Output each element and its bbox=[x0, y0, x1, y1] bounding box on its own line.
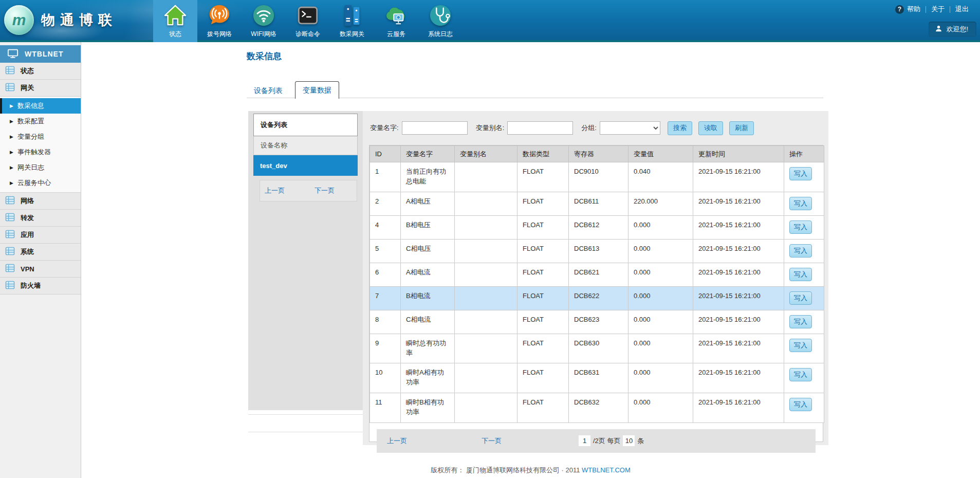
device-prev-page-link[interactable]: 上一页 bbox=[265, 186, 285, 195]
company-name: 厦门物通博联网络科技有限公司 bbox=[466, 466, 560, 474]
page-size-input[interactable] bbox=[623, 435, 635, 446]
nav-item-label: WIFI网络 bbox=[251, 30, 276, 39]
device-row[interactable]: test_dev bbox=[253, 155, 358, 176]
device-pagination: 上一页 下一页 bbox=[260, 180, 357, 201]
sidebar-item-firewall[interactable]: 防火墙 bbox=[0, 278, 81, 295]
table-row[interactable]: 7B相电流FLOATDCB6220.0002021-09-15 16:21:00… bbox=[370, 286, 824, 310]
device-next-page-link[interactable]: 下一页 bbox=[315, 186, 335, 195]
table-row[interactable]: 9瞬时总有功功率FLOATDCB6300.0002021-09-15 16:21… bbox=[370, 334, 824, 363]
prev-page-link[interactable]: 上一页 bbox=[387, 436, 407, 446]
cell-value: 0.000 bbox=[628, 334, 693, 363]
write-button[interactable]: 写入 bbox=[789, 398, 812, 411]
write-button[interactable]: 写入 bbox=[789, 220, 812, 234]
logout-link[interactable]: 退出 bbox=[955, 5, 969, 14]
sidebar-subitem-dc-info[interactable]: ▶数采信息 bbox=[0, 98, 81, 114]
nav-item-dc-gateway[interactable]: 数采网关 bbox=[330, 0, 374, 42]
sidebar-subitem-gateway-log[interactable]: ▶网关日志 bbox=[0, 160, 81, 175]
nav-item-dialup[interactable]: 拨号网络 bbox=[197, 0, 242, 42]
cell-actions: 写入 bbox=[784, 162, 824, 192]
arrow-right-icon: ▶ bbox=[10, 180, 13, 186]
nav-item-wifi[interactable]: WIFI网络 bbox=[242, 0, 286, 42]
next-page-link[interactable]: 下一页 bbox=[482, 436, 502, 446]
table-row[interactable]: 11瞬时B相有功功率FLOATDCB6320.0002021-09-15 16:… bbox=[370, 393, 824, 423]
top-header: m 物通博联 状态拨号网络WIFI网络诊断命令数采网关云服务系统日志 ? 帮助 … bbox=[0, 0, 980, 42]
filter-bar: 变量名字: 变量别名: 分组: 搜索读取刷新 bbox=[370, 118, 821, 138]
variable-name-input[interactable] bbox=[402, 121, 468, 135]
search-button[interactable]: 搜索 bbox=[668, 121, 692, 135]
sidebar-subitem-event-trigger[interactable]: ▶事件触发器 bbox=[0, 144, 81, 160]
page-number-input[interactable] bbox=[579, 435, 590, 446]
welcome-badge[interactable]: 欢迎您! bbox=[929, 22, 976, 37]
about-link[interactable]: 关于 bbox=[931, 5, 945, 14]
cell-actions: 写入 bbox=[784, 239, 824, 263]
cell-id: 1 bbox=[370, 162, 401, 192]
table-row[interactable]: 10瞬时A相有功功率FLOATDCB6310.0002021-09-15 16:… bbox=[370, 363, 824, 393]
table-row[interactable]: 5C相电压FLOATDCB6130.0002021-09-15 16:21:00… bbox=[370, 239, 824, 263]
wtblnet-link[interactable]: WTBLNET.COM bbox=[582, 466, 631, 474]
refresh-button[interactable]: 刷新 bbox=[729, 121, 754, 135]
sidebar-subitem-cloud-center[interactable]: ▶云服务中心 bbox=[0, 175, 81, 191]
table-row[interactable]: 8C相电流FLOATDCB6230.0002021-09-15 16:21:00… bbox=[370, 310, 824, 334]
sidebar-item-forward[interactable]: 转发 bbox=[0, 210, 81, 227]
sidebar-item-label: 转发 bbox=[21, 213, 34, 223]
cell-value: 0.000 bbox=[628, 310, 693, 334]
variable-data-panel: 变量名字: 变量别名: 分组: 搜索读取刷新 ID变量名字变量别名数据类型寄存器… bbox=[363, 111, 828, 445]
cell-actions: 写入 bbox=[784, 393, 824, 423]
sidebar-subitem-dc-config[interactable]: ▶数采配置 bbox=[0, 114, 81, 129]
filter-buttons: 搜索读取刷新 bbox=[660, 121, 754, 135]
variable-alias-input[interactable] bbox=[507, 121, 573, 135]
nav-item-cloud[interactable]: 云服务 bbox=[374, 0, 418, 42]
cell-type: FLOAT bbox=[517, 215, 569, 239]
sidebar-subitem-label: 云服务中心 bbox=[17, 178, 51, 188]
cell-register: DCB632 bbox=[569, 393, 628, 423]
read-button[interactable]: 读取 bbox=[698, 121, 723, 135]
table-row[interactable]: 6A相电流FLOATDCB6210.0002021-09-15 16:21:00… bbox=[370, 263, 824, 286]
cell-updated: 2021-09-15 16:21:00 bbox=[693, 192, 784, 215]
group-select[interactable] bbox=[600, 121, 660, 135]
table-row[interactable]: 1当前正向有功总电能FLOATDC90100.0402021-09-15 16:… bbox=[370, 162, 824, 192]
write-button[interactable]: 写入 bbox=[789, 244, 812, 258]
write-button[interactable]: 写入 bbox=[789, 368, 812, 381]
sidebar-item-system[interactable]: 系统 bbox=[0, 244, 81, 261]
link-divider bbox=[926, 6, 926, 13]
nav-item-status[interactable]: 状态 bbox=[153, 0, 197, 42]
page-controls: /2页 每页 条 bbox=[579, 435, 644, 446]
write-button[interactable]: 写入 bbox=[789, 315, 812, 328]
cell-register: DCB611 bbox=[569, 192, 628, 215]
write-button[interactable]: 写入 bbox=[789, 167, 812, 180]
write-button[interactable]: 写入 bbox=[789, 339, 812, 352]
write-button[interactable]: 写入 bbox=[789, 268, 812, 281]
cell-name: B相电压 bbox=[401, 215, 455, 239]
tab-var-data[interactable]: 变量数据 bbox=[295, 81, 339, 99]
column-header: 寄存器 bbox=[569, 146, 628, 162]
sidebar-item-vpn[interactable]: VPN bbox=[0, 261, 81, 278]
nav-item-diagnose[interactable]: 诊断命令 bbox=[286, 0, 330, 42]
group-label: 分组: bbox=[581, 123, 597, 133]
nav-item-label: 云服务 bbox=[387, 30, 405, 39]
write-button[interactable]: 写入 bbox=[789, 291, 812, 305]
nav-item-syslog[interactable]: 系统日志 bbox=[418, 0, 463, 42]
sidebar-item-gateway[interactable]: 网关 bbox=[0, 80, 81, 97]
cell-alias bbox=[455, 334, 517, 363]
sidebar-subitem-var-group[interactable]: ▶变量分组 bbox=[0, 129, 81, 144]
cell-updated: 2021-09-15 16:21:00 bbox=[693, 334, 784, 363]
sidebar-item-network[interactable]: 网络 bbox=[0, 193, 81, 210]
help-link[interactable]: 帮助 bbox=[907, 5, 920, 14]
cell-name: 当前正向有功总电能 bbox=[401, 162, 455, 192]
dialup-network-icon bbox=[208, 4, 231, 27]
sidebar-item-status[interactable]: 状态 bbox=[0, 63, 81, 80]
sidebar-item-app[interactable]: 应用 bbox=[0, 227, 81, 244]
tab-device-list[interactable]: 设备列表 bbox=[247, 83, 290, 98]
cell-actions: 写入 bbox=[784, 215, 824, 239]
sidebar-subitem-label: 数采配置 bbox=[17, 117, 44, 126]
table-row[interactable]: 4B相电压FLOATDCB6120.0002021-09-15 16:21:00… bbox=[370, 215, 824, 239]
cell-value: 0.000 bbox=[628, 286, 693, 310]
cell-type: FLOAT bbox=[517, 239, 569, 263]
cell-id: 10 bbox=[370, 363, 401, 393]
cell-updated: 2021-09-15 16:21:00 bbox=[693, 286, 784, 310]
cell-type: FLOAT bbox=[517, 363, 569, 393]
cell-value: 0.000 bbox=[628, 263, 693, 286]
footer-year: 2011 bbox=[566, 466, 580, 474]
table-row[interactable]: 2A相电压FLOATDCB611220.0002021-09-15 16:21:… bbox=[370, 192, 824, 215]
write-button[interactable]: 写入 bbox=[789, 197, 812, 210]
